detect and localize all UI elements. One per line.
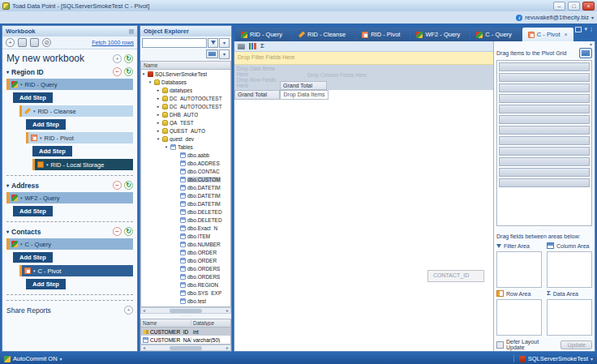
workflow-step[interactable]: ▾ C - Query: [6, 238, 133, 250]
data-area-dropzone[interactable]: [547, 299, 592, 336]
field-item[interactable]: [499, 157, 590, 166]
remove-section-button[interactable]: −: [113, 181, 122, 190]
chevron-down-icon[interactable]: ▾: [40, 135, 42, 140]
field-item[interactable]: [499, 136, 590, 145]
tree-item[interactable]: ▸ QA_TEST: [156, 118, 225, 126]
chevron-down-icon[interactable]: ▾: [33, 268, 36, 273]
expand-arrow-icon[interactable]: ▸: [156, 96, 161, 101]
field-item[interactable]: [499, 62, 590, 71]
tree-item[interactable]: dbo.ORDERS: [174, 272, 225, 280]
field-item[interactable]: [499, 126, 590, 135]
add-share-report-button[interactable]: +: [124, 306, 133, 315]
tree-item[interactable]: dbo.DELETED: [174, 208, 225, 216]
expand-arrow-icon[interactable]: ▸: [156, 88, 161, 92]
expand-arrow-icon[interactable]: ▾: [141, 71, 146, 76]
chevron-down-icon[interactable]: ▾: [33, 109, 36, 113]
tree-item[interactable]: dbo.ORDER_: [174, 256, 225, 264]
tree-item[interactable]: dbo.CUSTOM: [174, 175, 225, 183]
refresh-workbook-button[interactable]: ↻: [124, 54, 133, 63]
workflow-step[interactable]: ▾ Add Step: [13, 92, 53, 103]
workflow-section-address[interactable]: ▾ Address − ↻: [6, 181, 133, 190]
chevron-down-icon[interactable]: ▾: [20, 82, 23, 87]
tab-list-dropdown[interactable]: ▾: [585, 26, 588, 32]
tree-item[interactable]: dbo.SYS_EXP: [174, 289, 225, 297]
grid-horizontal-scrollbar[interactable]: ◄ ►: [140, 345, 231, 351]
pivot-filter-dropzone[interactable]: Drop Filter Fields Here: [234, 52, 493, 65]
workflow-step[interactable]: ▾ RID - Query: [6, 79, 133, 90]
tree-item[interactable]: ▾ Databases: [148, 78, 225, 86]
expand-arrow-icon[interactable]: ▾: [148, 79, 152, 84]
tree-item[interactable]: dbo.aabb: [174, 151, 225, 159]
document-tab[interactable]: RID - Pivot: [356, 28, 410, 41]
tree-item[interactable]: ▸ datatypes: [156, 86, 225, 94]
drag-ghost-field[interactable]: CONTACT_ID: [427, 270, 484, 282]
scroll-left-icon[interactable]: ◄: [142, 345, 146, 350]
tab-close-icon[interactable]: ×: [565, 32, 568, 37]
tree-item[interactable]: dbo.test: [174, 297, 225, 305]
tree-item[interactable]: dbo.ORDER_: [174, 248, 225, 256]
row-area-dropzone[interactable]: [496, 299, 542, 336]
open-workbook-button[interactable]: [18, 38, 27, 47]
save-workbook-button[interactable]: [30, 38, 39, 47]
pin-icon[interactable]: [129, 29, 134, 34]
data-items-dropzone[interactable]: Drop Data Items: [280, 90, 329, 100]
expand-arrow-icon[interactable]: ▸: [156, 120, 161, 125]
field-item[interactable]: [499, 84, 590, 92]
workflow-step[interactable]: ▾ RID - Local Storage: [32, 159, 133, 170]
workflow-section-contacts[interactable]: ▾ Contacts − ↻: [6, 227, 133, 236]
field-item[interactable]: [499, 178, 590, 187]
workflow-section-region-id[interactable]: ▾ Region ID − ↻: [6, 67, 133, 76]
chevron-down-icon[interactable]: ▾: [20, 242, 23, 246]
more-tabs-icon[interactable]: ⁞: [591, 27, 592, 32]
column-area-dropzone[interactable]: [547, 251, 592, 288]
object-search-input[interactable]: [142, 38, 207, 48]
grand-total-row-header[interactable]: Grand Total: [234, 90, 280, 100]
autocommit-status[interactable]: AutoCommit ON: [13, 355, 58, 362]
filter-area-dropzone[interactable]: [496, 251, 542, 288]
scroll-thumb[interactable]: [170, 346, 202, 350]
scroll-right-icon[interactable]: ►: [225, 345, 230, 350]
stop-button[interactable]: ⊘: [42, 38, 51, 47]
tree-item[interactable]: dbo.Exact_N: [174, 224, 225, 232]
workflow-step[interactable]: ▾ Add Step: [26, 119, 66, 130]
workflow-step[interactable]: ▾ RID - Pivot: [26, 132, 133, 143]
search-options-dropdown[interactable]: ▾: [219, 38, 230, 48]
tree-item[interactable]: dbo.ORDERS: [174, 264, 225, 272]
field-item[interactable]: [499, 105, 590, 113]
pivot-row-dropzones[interactable]: Drop Data Items Here Drop Row Fields Her…: [234, 65, 280, 90]
document-tab[interactable]: C - Query: [470, 28, 522, 41]
tree-name-column-header[interactable]: Name: [140, 61, 231, 69]
workflow-step[interactable]: ▾ RID - Cleanse: [19, 105, 133, 117]
account-menu[interactable]: i revuvakefi@1thecity.biz ▾: [516, 14, 594, 21]
refresh-section-button[interactable]: ↻: [124, 181, 133, 190]
tree-item[interactable]: ▾ SQLServerSmokeTest: [141, 70, 225, 78]
tree-item[interactable]: dbo.DATETIM: [174, 191, 225, 199]
refresh-section-button[interactable]: ↻: [124, 227, 133, 236]
field-panel-collapse[interactable]: ▾: [496, 41, 592, 48]
connection-indicator[interactable]: SQLServerSmokeTest ▾: [513, 355, 593, 362]
workflow-step[interactable]: ▾ Add Step: [13, 252, 53, 263]
tree-item[interactable]: ▸ QUEST_AUTO: [156, 126, 225, 135]
document-tab[interactable]: C - Pivot ×: [522, 28, 573, 41]
field-item[interactable]: [499, 94, 590, 103]
workflow-step[interactable]: ▾ Add Step: [13, 206, 53, 216]
fetch-rows-link[interactable]: Fetch 1000 rows: [92, 40, 134, 45]
maximize-button[interactable]: □: [568, 2, 580, 11]
workflow-step[interactable]: ▾ Add Step: [26, 279, 66, 289]
remove-section-button[interactable]: −: [113, 67, 122, 76]
filter-button[interactable]: [208, 38, 218, 48]
expand-arrow-icon[interactable]: ▾: [164, 144, 169, 149]
layout-mode-button[interactable]: [579, 48, 592, 58]
tree-item[interactable]: dbo.DATETIM: [174, 199, 225, 208]
print-icon[interactable]: [238, 44, 245, 49]
tree-item[interactable]: ▸ DHB_AUTO: [156, 110, 225, 118]
workflow-step[interactable]: ▾ C - Pivot: [19, 265, 133, 276]
add-workflow-button[interactable]: +: [113, 54, 122, 63]
tree-item[interactable]: ▾ Tables: [164, 143, 225, 151]
datatype-column-header[interactable]: Datatype: [191, 320, 230, 326]
remove-section-button[interactable]: −: [113, 227, 122, 236]
field-item[interactable]: [499, 73, 590, 82]
tree-item[interactable]: dbo.ITEM: [174, 232, 225, 240]
tree-item[interactable]: dbo.DATETIM: [174, 183, 225, 191]
document-tab[interactable]: RID - Cleanse: [293, 28, 355, 41]
